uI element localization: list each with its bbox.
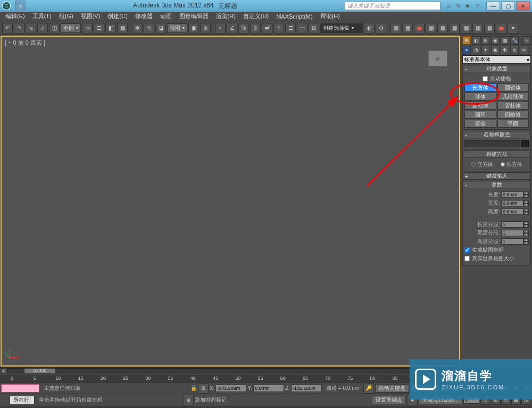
menu-maxscript[interactable]: MAXScript(M)	[273, 13, 315, 20]
minimize-button[interactable]: —	[486, 1, 500, 11]
utilities-tab-icon[interactable]: 🔧	[510, 36, 519, 45]
extra-tab-icon[interactable]: ≈	[522, 36, 531, 45]
time-slider-prev-icon[interactable]: <	[0, 368, 7, 373]
tool-a-icon[interactable]: ▦	[426, 23, 436, 34]
radio-cube[interactable]	[471, 162, 476, 166]
height-input[interactable]	[501, 209, 523, 215]
menu-modifiers[interactable]: 修改器	[132, 12, 156, 20]
mirror-icon[interactable]: ⇄	[262, 23, 272, 34]
spin-down-icon[interactable]: ▼	[523, 242, 529, 245]
spinner-snap-icon[interactable]: 3	[250, 23, 261, 34]
viewport-front[interactable]: [ + 0 前 0 真实 ] 前	[1, 36, 460, 366]
radio-box[interactable]	[501, 162, 505, 166]
key-mode-icon[interactable]: 🔑	[363, 383, 374, 394]
btn-sphere[interactable]: 球体	[464, 93, 496, 101]
key-icon[interactable]: ✎	[454, 2, 462, 10]
z-input[interactable]: -135.165m	[291, 385, 322, 392]
btn-pyramid[interactable]: 四棱锥	[497, 111, 529, 119]
btn-cone[interactable]: 圆锥体	[497, 84, 529, 91]
manip-icon[interactable]: ⊕	[200, 23, 211, 34]
tool-g-icon[interactable]: ▾	[508, 23, 518, 34]
motion-tab-icon[interactable]: ◉	[491, 36, 500, 45]
material-editor-icon[interactable]: ◐	[364, 23, 375, 34]
viewport-label[interactable]: [ + 0 前 0 真实 ]	[5, 39, 45, 47]
percent-snap-icon[interactable]: %	[238, 23, 249, 34]
hseg-input[interactable]	[501, 238, 523, 245]
isolate-icon[interactable]: ⊞	[198, 383, 209, 394]
tool-d-icon[interactable]: ▦	[461, 23, 471, 34]
curve-editor-icon[interactable]: 〰	[297, 23, 307, 34]
help-search-input[interactable]: 键入关键字或短语	[345, 2, 440, 10]
scale-icon[interactable]: ◪	[155, 23, 166, 34]
length-input[interactable]	[501, 191, 523, 198]
rollup-head-create-method[interactable]: 创建方法	[462, 151, 531, 158]
btn-torus[interactable]: 圆环	[464, 111, 496, 119]
select-icon[interactable]: ▭	[82, 23, 93, 34]
spin-down-icon[interactable]: ▼	[523, 212, 529, 215]
teapot-icon[interactable]: 🫖	[496, 23, 506, 34]
refcoord-dropdown[interactable]: 视图	[167, 23, 187, 33]
quick-render-icon[interactable]: 🫖	[414, 23, 425, 34]
search-icon[interactable]: ⌕	[445, 2, 452, 10]
app-menu-button[interactable]: ▾	[15, 1, 26, 11]
shapes-cat-icon[interactable]: ◔	[472, 46, 480, 54]
menu-create[interactable]: 创建(C)	[104, 12, 130, 20]
geometry-cat-icon[interactable]: ●	[462, 46, 471, 54]
schematic-icon[interactable]: ⊞	[309, 23, 319, 34]
move-icon[interactable]: ✥	[132, 23, 143, 34]
btn-cylinder[interactable]: 圆柱体	[464, 102, 496, 110]
time-slider-thumb[interactable]: 0 / 100	[24, 368, 56, 373]
rollup-head-params[interactable]: 参数	[462, 181, 531, 188]
systems-cat-icon[interactable]: ≋	[520, 46, 528, 54]
undo-icon[interactable]: ↶	[2, 23, 13, 34]
select-region-icon[interactable]: ◧	[105, 23, 116, 34]
link-icon[interactable]: ⇘	[26, 23, 36, 34]
x-input[interactable]: -141.209m	[215, 385, 246, 392]
snap-icon[interactable]: ⌖	[215, 23, 226, 34]
named-selset-dropdown[interactable]: 创建选择集	[320, 23, 363, 33]
btn-teapot[interactable]: 茶壶	[464, 120, 496, 128]
menu-edit[interactable]: 编辑(E)	[2, 12, 28, 20]
window-crossing-icon[interactable]: ▦	[117, 23, 128, 34]
render-prod-icon[interactable]: ▦	[402, 23, 413, 34]
rotate-icon[interactable]: ⟲	[144, 23, 154, 34]
timetag-label[interactable]: 添加时间标记	[195, 396, 227, 404]
timetag-icon[interactable]: ⊕	[183, 395, 194, 405]
create-tab-icon[interactable]: ✺	[462, 36, 471, 45]
object-name-input[interactable]	[464, 140, 520, 147]
btn-box[interactable]: 长方体	[464, 84, 496, 91]
rollup-head-keyboard[interactable]: 键盘输入	[462, 172, 531, 180]
menu-rendering[interactable]: 渲染(R)	[213, 12, 239, 20]
menu-animation[interactable]: 动画	[157, 12, 175, 20]
lseg-input[interactable]	[501, 221, 523, 228]
selection-filter-dropdown[interactable]: 全部	[61, 23, 81, 33]
spin-down-icon[interactable]: ▼	[523, 233, 529, 236]
realworld-checkbox[interactable]	[464, 256, 470, 261]
cameras-cat-icon[interactable]: ◉	[491, 46, 500, 54]
tool-c-icon[interactable]: ▦	[449, 23, 460, 34]
tool-b-icon[interactable]: ▦	[437, 23, 448, 34]
btn-plane[interactable]: 平面	[497, 120, 529, 128]
wseg-input[interactable]	[501, 230, 523, 236]
subcategory-dropdown[interactable]: 标准基本体	[462, 55, 531, 64]
redo-icon[interactable]: ↷	[14, 23, 24, 34]
menu-group[interactable]: 组(G)	[56, 12, 77, 20]
lights-cat-icon[interactable]: ✦	[481, 46, 490, 54]
display-tab-icon[interactable]: ▦	[501, 36, 509, 45]
select-name-icon[interactable]: ☰	[94, 23, 104, 34]
helpers-cat-icon[interactable]: ✚	[501, 46, 509, 54]
render-frame-icon[interactable]: ▦	[390, 23, 401, 34]
rollup-head-name-color[interactable]: 名称和颜色	[462, 131, 531, 138]
lock-icon[interactable]: 🔒	[190, 385, 197, 392]
align-icon[interactable]: ≡	[273, 23, 284, 34]
autokey-button[interactable]: 自动关键点	[375, 384, 409, 393]
menu-tools[interactable]: 工具(T)	[29, 12, 55, 20]
spacewarps-cat-icon[interactable]: ※	[510, 46, 519, 54]
btn-tube[interactable]: 管状体	[497, 102, 529, 110]
hierarchy-tab-icon[interactable]: ⊞	[481, 36, 490, 45]
genmap-checkbox[interactable]	[464, 247, 470, 253]
pivot-icon[interactable]: ▣	[188, 23, 199, 34]
viewcube[interactable]: 前	[428, 51, 447, 66]
width-input[interactable]	[501, 200, 523, 206]
spin-down-icon[interactable]: ▼	[523, 203, 529, 206]
